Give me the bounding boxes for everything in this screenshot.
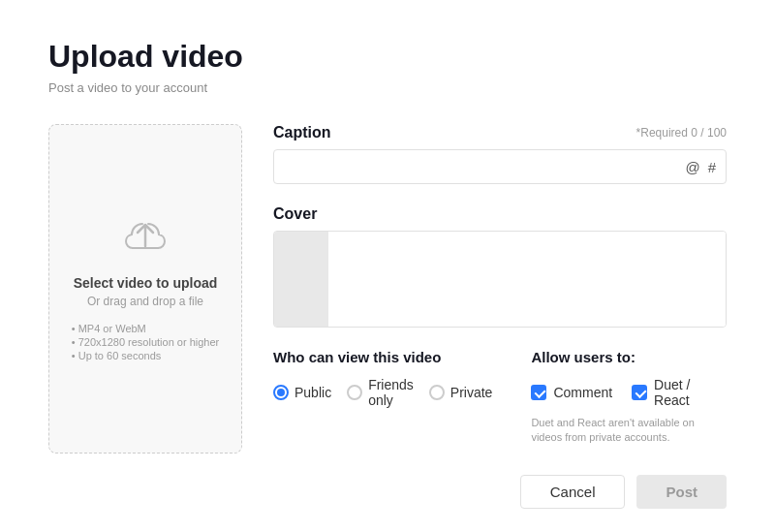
hashtag-button[interactable]: # — [708, 160, 716, 174]
checkbox-comment-input[interactable] — [531, 385, 546, 400]
upload-zone[interactable]: Select video to upload Or drag and drop … — [48, 124, 242, 454]
page-title: Upload video — [48, 39, 727, 75]
upload-title: Select video to upload — [74, 275, 218, 291]
cover-area[interactable] — [273, 231, 727, 328]
allow-users-label: Allow users to: — [531, 349, 727, 365]
visibility-group: Who can view this video Public Friends o… — [273, 349, 492, 446]
checkbox-duet-input[interactable] — [632, 385, 647, 400]
requirement-item: 720x1280 resolution or higher — [72, 335, 219, 349]
cover-section: Cover — [273, 205, 727, 328]
form-area: Caption *Required 0 / 100 @ # Cover — [273, 124, 727, 509]
caption-meta: *Required 0 / 100 — [636, 126, 727, 140]
page-subtitle: Post a video to your account — [48, 80, 727, 95]
checkbox-group: Comment Duet / React — [531, 377, 727, 408]
post-button[interactable]: Post — [636, 475, 727, 509]
visibility-label: Who can view this video — [273, 349, 492, 365]
cover-thumbnail — [274, 232, 328, 327]
checkbox-duet[interactable]: Duet / React — [632, 377, 727, 408]
radio-private[interactable]: Private — [429, 385, 493, 400]
upload-requirements: MP4 or WebM 720x1280 resolution or highe… — [72, 322, 219, 362]
footer-actions: Cancel Post — [273, 475, 727, 509]
checkbox-comment-label: Comment — [553, 385, 612, 400]
radio-private-input[interactable] — [429, 385, 445, 400]
radio-friends[interactable]: Friends only — [347, 377, 414, 408]
requirement-item: Up to 60 seconds — [72, 349, 219, 362]
checkbox-duet-label: Duet / React — [654, 377, 727, 408]
caption-section: Caption *Required 0 / 100 @ # — [273, 124, 727, 184]
checkbox-comment[interactable]: Comment — [531, 385, 612, 400]
cover-slider[interactable] — [328, 232, 726, 327]
cancel-button[interactable]: Cancel — [520, 475, 626, 509]
caption-header: Caption *Required 0 / 100 — [273, 124, 727, 141]
caption-label: Caption — [273, 124, 331, 141]
mention-button[interactable]: @ — [685, 160, 699, 174]
allow-users-group: Allow users to: Comment Duet / React Due… — [531, 349, 727, 446]
caption-input-wrapper[interactable]: @ # — [273, 149, 727, 184]
radio-group: Public Friends only Private — [273, 377, 492, 408]
radio-public[interactable]: Public — [273, 385, 331, 400]
upload-icon — [121, 215, 170, 264]
radio-friends-input[interactable] — [347, 385, 362, 400]
radio-private-label: Private — [450, 385, 493, 400]
caption-icon-group: @ # — [685, 160, 716, 174]
bottom-options: Who can view this video Public Friends o… — [273, 349, 727, 446]
radio-public-label: Public — [294, 385, 331, 400]
cover-header: Cover — [273, 205, 727, 223]
cover-label: Cover — [273, 205, 317, 223]
privacy-note: Duet and React aren't available on video… — [531, 416, 727, 446]
upload-subtitle: Or drag and drop a file — [87, 295, 203, 308]
radio-friends-label: Friends only — [368, 377, 414, 408]
requirement-item: MP4 or WebM — [72, 322, 219, 335]
caption-input[interactable] — [274, 150, 726, 183]
radio-public-input[interactable] — [273, 385, 289, 400]
